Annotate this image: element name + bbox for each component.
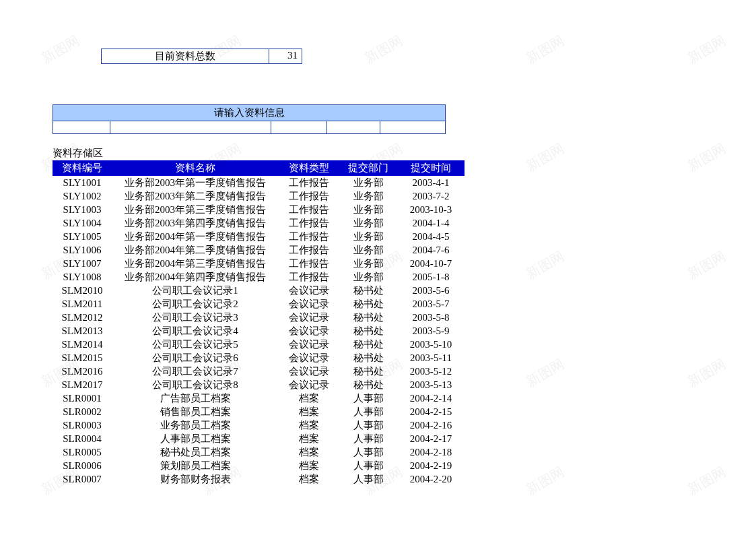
cell-dept: 业务部 bbox=[339, 270, 397, 284]
table-row: SLM2010公司职工会议记录1会议记录秘书处2003-5-6 bbox=[53, 284, 465, 297]
cell-type: 档案 bbox=[279, 405, 339, 418]
cell-id: SLR0003 bbox=[53, 418, 112, 432]
cell-type: 会议记录 bbox=[279, 297, 339, 311]
cell-date: 2004-2-20 bbox=[397, 472, 465, 486]
cell-date: 2003-5-10 bbox=[397, 338, 465, 351]
cell-id: SLY1004 bbox=[53, 216, 112, 230]
cell-date: 2003-5-7 bbox=[397, 297, 465, 311]
cell-name: 公司职工会议记录3 bbox=[112, 311, 279, 324]
cell-date: 2004-10-7 bbox=[397, 257, 465, 270]
cell-dept: 人事部 bbox=[339, 405, 397, 418]
cell-date: 2004-2-18 bbox=[397, 445, 465, 459]
cell-id: SLM2012 bbox=[53, 311, 112, 324]
header-id: 资料编号 bbox=[53, 161, 112, 176]
cell-name: 公司职工会议记录5 bbox=[112, 338, 279, 351]
cell-id: SLR0007 bbox=[53, 472, 112, 486]
cell-id: SLR0005 bbox=[53, 445, 112, 459]
cell-name: 业务部2004年第四季度销售报告 bbox=[112, 270, 279, 284]
cell-id: SLY1003 bbox=[53, 203, 112, 216]
cell-dept: 人事部 bbox=[339, 432, 397, 445]
cell-type: 档案 bbox=[279, 472, 339, 486]
table-row: SLY1004业务部2003年第四季度销售报告工作报告业务部2004-1-4 bbox=[53, 216, 465, 230]
table-header-row: 资料编号 资料名称 资料类型 提交部门 提交时间 bbox=[53, 161, 465, 176]
cell-type: 档案 bbox=[279, 432, 339, 445]
cell-dept: 秘书处 bbox=[339, 338, 397, 351]
cell-type: 会议记录 bbox=[279, 311, 339, 324]
cell-type: 工作报告 bbox=[279, 230, 339, 243]
cell-dept: 业务部 bbox=[339, 257, 397, 270]
table-row: SLM2011公司职工会议记录2会议记录秘书处2003-5-7 bbox=[53, 297, 465, 311]
cell-id: SLM2011 bbox=[53, 297, 112, 311]
cell-type: 会议记录 bbox=[279, 365, 339, 378]
cell-date: 2004-7-6 bbox=[397, 243, 465, 257]
cell-id: SLY1005 bbox=[53, 230, 112, 243]
cell-name: 人事部员工档案 bbox=[112, 432, 279, 445]
input-cell-3[interactable] bbox=[271, 121, 327, 133]
cell-name: 业务部2004年第一季度销售报告 bbox=[112, 230, 279, 243]
cell-date: 2003-5-12 bbox=[397, 365, 465, 378]
table-row: SLY1001业务部2003年第一季度销售报告工作报告业务部2003-4-1 bbox=[53, 176, 465, 190]
cell-date: 2003-10-3 bbox=[397, 203, 465, 216]
summary-box: 目前资料总数 31 bbox=[101, 49, 302, 64]
cell-type: 档案 bbox=[279, 391, 339, 405]
cell-name: 业务部员工档案 bbox=[112, 418, 279, 432]
table-row: SLR0003业务部员工档案档案人事部2004-2-16 bbox=[53, 418, 465, 432]
table-row: SLY1005业务部2004年第一季度销售报告工作报告业务部2004-4-5 bbox=[53, 230, 465, 243]
table-row: SLR0007财务部财务报表档案人事部2004-2-20 bbox=[53, 472, 465, 486]
cell-date: 2004-2-15 bbox=[397, 405, 465, 418]
input-cell-4[interactable] bbox=[327, 121, 380, 133]
input-cell-5[interactable] bbox=[380, 121, 445, 133]
cell-dept: 业务部 bbox=[339, 176, 397, 190]
cell-name: 业务部2004年第二季度销售报告 bbox=[112, 243, 279, 257]
table-row: SLY1008业务部2004年第四季度销售报告工作报告业务部2005-1-8 bbox=[53, 270, 465, 284]
storage-area-label: 资料存储区 bbox=[53, 147, 103, 160]
cell-id: SLY1008 bbox=[53, 270, 112, 284]
input-cell-1[interactable] bbox=[53, 121, 110, 133]
table-row: SLM2016公司职工会议记录7会议记录秘书处2003-5-12 bbox=[53, 365, 465, 378]
input-banner-row bbox=[53, 121, 445, 133]
header-date: 提交时间 bbox=[397, 161, 465, 176]
input-banner: 请输入资料信息 bbox=[53, 104, 446, 134]
table-row: SLM2017公司职工会议记录8会议记录秘书处2003-5-13 bbox=[53, 378, 465, 391]
table-row: SLY1003业务部2003年第三季度销售报告工作报告业务部2003-10-3 bbox=[53, 203, 465, 216]
cell-dept: 秘书处 bbox=[339, 311, 397, 324]
cell-date: 2004-2-19 bbox=[397, 459, 465, 472]
cell-date: 2003-5-6 bbox=[397, 284, 465, 297]
header-type: 资料类型 bbox=[279, 161, 339, 176]
watermark-text: 新图网 bbox=[362, 32, 405, 67]
cell-dept: 秘书处 bbox=[339, 351, 397, 365]
cell-date: 2003-5-8 bbox=[397, 311, 465, 324]
table-row: SLM2012公司职工会议记录3会议记录秘书处2003-5-8 bbox=[53, 311, 465, 324]
data-table: 资料编号 资料名称 资料类型 提交部门 提交时间 SLY1001业务部2003年… bbox=[53, 160, 465, 486]
cell-type: 工作报告 bbox=[279, 189, 339, 203]
cell-type: 会议记录 bbox=[279, 284, 339, 297]
cell-date: 2003-4-1 bbox=[397, 176, 465, 190]
table-row: SLR0001广告部员工档案档案人事部2004-2-14 bbox=[53, 391, 465, 405]
cell-type: 工作报告 bbox=[279, 216, 339, 230]
watermark-text: 新图网 bbox=[523, 463, 567, 499]
watermark-text: 新图网 bbox=[685, 355, 728, 391]
cell-dept: 秘书处 bbox=[339, 284, 397, 297]
watermark-text: 新图网 bbox=[523, 247, 567, 283]
cell-dept: 业务部 bbox=[339, 203, 397, 216]
cell-name: 秘书处员工档案 bbox=[112, 445, 279, 459]
cell-name: 策划部员工档案 bbox=[112, 459, 279, 472]
cell-date: 2003-5-9 bbox=[397, 324, 465, 338]
cell-date: 2003-5-11 bbox=[397, 351, 465, 365]
summary-value: 31 bbox=[269, 49, 302, 63]
cell-type: 工作报告 bbox=[279, 176, 339, 190]
cell-id: SLM2015 bbox=[53, 351, 112, 365]
cell-name: 业务部2004年第三季度销售报告 bbox=[112, 257, 279, 270]
cell-id: SLR0006 bbox=[53, 459, 112, 472]
cell-name: 公司职工会议记录6 bbox=[112, 351, 279, 365]
cell-name: 公司职工会议记录8 bbox=[112, 378, 279, 391]
cell-dept: 人事部 bbox=[339, 472, 397, 486]
watermark-text: 新图网 bbox=[523, 139, 567, 175]
cell-type: 档案 bbox=[279, 418, 339, 432]
cell-dept: 人事部 bbox=[339, 418, 397, 432]
cell-type: 工作报告 bbox=[279, 257, 339, 270]
table-row: SLY1002业务部2003年第二季度销售报告工作报告业务部2003-7-2 bbox=[53, 189, 465, 203]
input-cell-2[interactable] bbox=[110, 121, 271, 133]
table-row: SLR0005秘书处员工档案档案人事部2004-2-18 bbox=[53, 445, 465, 459]
table-row: SLR0006策划部员工档案档案人事部2004-2-19 bbox=[53, 459, 465, 472]
